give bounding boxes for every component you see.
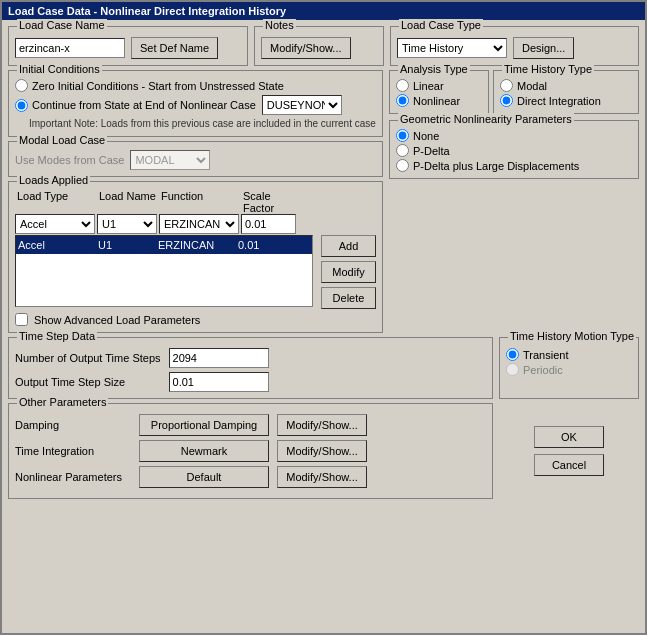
- use-modes-label: Use Modes from Case: [15, 154, 124, 166]
- load-case-name-group: Load Case Name Set Def Name: [8, 26, 248, 66]
- analysis-type-label: Analysis Type: [398, 63, 470, 75]
- modal-load-case-label: Modal Load Case: [17, 134, 107, 146]
- continue-from-select[interactable]: DUSEYNON: [262, 95, 342, 115]
- direct-integration-label: Direct Integration: [517, 95, 601, 107]
- row-scale-factor: 0.01: [236, 239, 296, 251]
- load-name-select[interactable]: U1: [97, 214, 157, 234]
- newmark-button[interactable]: Newmark: [139, 440, 269, 462]
- col-function: Function: [159, 190, 241, 214]
- p-delta-label: P-Delta: [413, 145, 450, 157]
- load-case-type-label: Load Case Type: [399, 19, 483, 31]
- time-history-type-label: Time History Type: [502, 63, 594, 75]
- step-size-label: Output Time Step Size: [15, 376, 161, 388]
- proportional-damping-button[interactable]: Proportional Damping: [139, 414, 269, 436]
- title-bar: Load Case Data - Nonlinear Direct Integr…: [2, 2, 645, 20]
- table-row[interactable]: Accel U1 ERZINCAN 0.01: [16, 236, 312, 254]
- ok-button[interactable]: OK: [534, 426, 604, 448]
- row-function: ERZINCAN: [156, 239, 236, 251]
- periodic-label: Periodic: [523, 364, 563, 376]
- load-type-select[interactable]: Accel: [15, 214, 95, 234]
- modal-radio[interactable]: [500, 79, 513, 92]
- damping-label: Damping: [15, 419, 135, 431]
- show-advanced-checkbox[interactable]: [15, 313, 28, 326]
- none-label: None: [413, 130, 439, 142]
- notes-label: Notes: [263, 19, 296, 31]
- time-history-motion-label: Time History Motion Type: [508, 330, 636, 342]
- periodic-radio[interactable]: [506, 363, 519, 376]
- loads-applied-group: Loads Applied Load Type Load Name Functi…: [8, 181, 383, 333]
- loads-applied-label: Loads Applied: [17, 174, 90, 186]
- nonlinear-radio[interactable]: [396, 94, 409, 107]
- output-steps-input[interactable]: [169, 348, 269, 368]
- nonlinear-label: Nonlinear: [413, 95, 460, 107]
- continue-from-radio[interactable]: [15, 99, 28, 112]
- transient-radio[interactable]: [506, 348, 519, 361]
- none-radio[interactable]: [396, 129, 409, 142]
- modal-case-select[interactable]: MODAL: [130, 150, 210, 170]
- window-title: Load Case Data - Nonlinear Direct Integr…: [8, 5, 286, 17]
- time-history-motion-group: Time History Motion Type Transient Perio…: [499, 337, 639, 399]
- function-select[interactable]: ERZINCAN: [159, 214, 239, 234]
- linear-label: Linear: [413, 80, 444, 92]
- load-case-type-group: Load Case Type Time History Static Modal…: [390, 26, 639, 66]
- damping-row: Damping Proportional Damping Modify/Show…: [15, 414, 486, 436]
- analysis-type-group: Analysis Type Linear Nonlinear: [389, 70, 489, 114]
- nonlinear-params-row: Nonlinear Parameters Default Modify/Show…: [15, 466, 486, 488]
- other-parameters-label: Other Parameters: [17, 396, 108, 408]
- geometric-nonlinearity-group: Geometric Nonlinearity Parameters None P…: [389, 120, 639, 179]
- step-size-input[interactable]: [169, 372, 269, 392]
- output-steps-label: Number of Output Time Steps: [15, 352, 161, 364]
- modal-label: Modal: [517, 80, 547, 92]
- initial-conditions-note: Important Note: Loads from this previous…: [29, 117, 376, 130]
- p-delta-radio[interactable]: [396, 144, 409, 157]
- time-step-data-label: Time Step Data: [17, 330, 97, 342]
- scale-factor-input[interactable]: [241, 214, 296, 234]
- continue-from-label: Continue from State at End of Nonlinear …: [32, 99, 256, 111]
- damping-modify-show-button[interactable]: Modify/Show...: [277, 414, 367, 436]
- col-scale-factor: Scale Factor: [241, 190, 303, 214]
- time-integration-row: Time Integration Newmark Modify/Show...: [15, 440, 486, 462]
- notes-modify-show-button[interactable]: Modify/Show...: [261, 37, 351, 59]
- nonlinear-modify-show-button[interactable]: Modify/Show...: [277, 466, 367, 488]
- col-load-name: Load Name: [97, 190, 159, 214]
- loads-controls: Add Modify Delete: [321, 235, 376, 309]
- time-history-type-group: Time History Type Modal Direct Integrati…: [493, 70, 639, 114]
- time-integration-label: Time Integration: [15, 445, 135, 457]
- time-step-data-group: Time Step Data Number of Output Time Ste…: [8, 337, 493, 399]
- nonlinear-params-label: Nonlinear Parameters: [15, 471, 135, 483]
- direct-integration-radio[interactable]: [500, 94, 513, 107]
- zero-initial-radio[interactable]: [15, 79, 28, 92]
- set-def-name-button[interactable]: Set Def Name: [131, 37, 218, 59]
- cancel-button[interactable]: Cancel: [534, 454, 604, 476]
- p-delta-large-label: P-Delta plus Large Displacements: [413, 160, 579, 172]
- design-button[interactable]: Design...: [513, 37, 574, 59]
- p-delta-large-radio[interactable]: [396, 159, 409, 172]
- default-button[interactable]: Default: [139, 466, 269, 488]
- time-integration-modify-show-button[interactable]: Modify/Show...: [277, 440, 367, 462]
- other-parameters-group: Other Parameters Damping Proportional Da…: [8, 403, 493, 499]
- add-load-button[interactable]: Add: [321, 235, 376, 257]
- linear-radio[interactable]: [396, 79, 409, 92]
- show-advanced-label: Show Advanced Load Parameters: [34, 314, 200, 326]
- main-window: Load Case Data - Nonlinear Direct Integr…: [0, 0, 647, 635]
- geometric-nonlinearity-label: Geometric Nonlinearity Parameters: [398, 113, 574, 125]
- col-load-type: Load Type: [15, 190, 97, 214]
- modal-load-case-group: Modal Load Case Use Modes from Case MODA…: [8, 141, 383, 177]
- row-load-name: U1: [96, 239, 156, 251]
- ok-cancel-section: OK Cancel: [499, 403, 639, 499]
- initial-conditions-group: Initial Conditions Zero Initial Conditio…: [8, 70, 383, 137]
- notes-group: Notes Modify/Show...: [254, 26, 384, 66]
- delete-load-button[interactable]: Delete: [321, 287, 376, 309]
- load-case-type-select[interactable]: Time History Static Modal: [397, 38, 507, 58]
- initial-conditions-label: Initial Conditions: [17, 63, 102, 75]
- zero-initial-label: Zero Initial Conditions - Start from Uns…: [32, 80, 284, 92]
- load-case-name-input[interactable]: [15, 38, 125, 58]
- transient-label: Transient: [523, 349, 568, 361]
- row-load-type: Accel: [16, 239, 96, 251]
- modify-load-button[interactable]: Modify: [321, 261, 376, 283]
- load-case-name-label: Load Case Name: [17, 19, 107, 31]
- loads-list[interactable]: Accel U1 ERZINCAN 0.01: [15, 235, 313, 307]
